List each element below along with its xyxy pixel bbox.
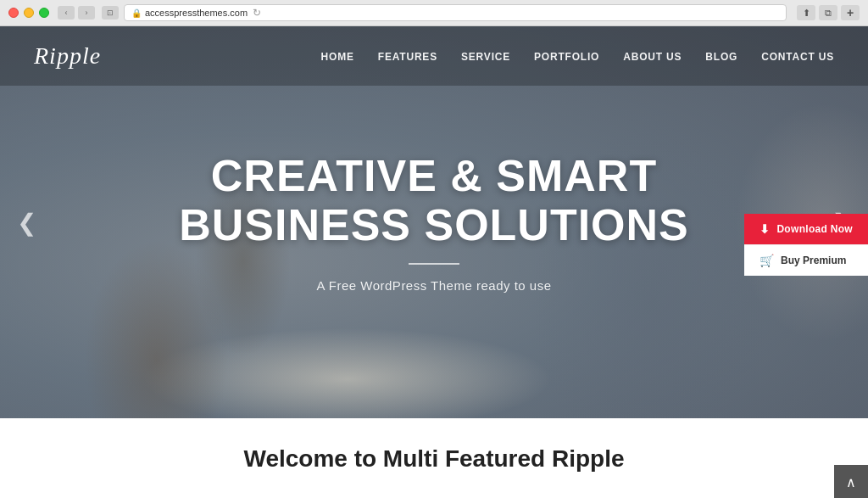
website: Ripple HOME FEATURES SERVICE PORTFOLIO A… <box>0 26 868 498</box>
nav-link-contact[interactable]: CONTACT US <box>761 51 834 63</box>
nav-link-service[interactable]: SERVICE <box>461 51 510 63</box>
toolbar-right: ⬆ ⧉ + <box>797 5 860 20</box>
nav-item-features[interactable]: FEATURES <box>378 48 437 64</box>
hero-subtitle: A Free WordPress Theme ready to use <box>179 278 689 293</box>
site-logo: Ripple <box>34 42 101 70</box>
hero-content: CREATIVE & SMART BUSINESS SOLUTIONS A Fr… <box>179 152 689 292</box>
download-label: Download Now <box>776 223 853 235</box>
forward-button[interactable]: › <box>78 6 95 20</box>
nav-item-blog[interactable]: BLOG <box>705 48 737 64</box>
close-button[interactable] <box>8 8 19 18</box>
side-buttons: ⬇ Download Now 🛒 Buy Premium <box>744 214 868 276</box>
nav-buttons: ‹ › <box>58 6 95 20</box>
nav-item-service[interactable]: SERVICE <box>461 48 510 64</box>
share-button[interactable]: ⬆ <box>797 5 815 20</box>
premium-label: Buy Premium <box>781 255 846 266</box>
buy-premium-button[interactable]: 🛒 Buy Premium <box>744 244 868 276</box>
new-tab-button[interactable]: + <box>841 5 860 20</box>
nav-link-portfolio[interactable]: PORTFOLIO <box>534 51 599 63</box>
hero-title-line1: CREATIVE & SMART <box>211 151 657 200</box>
slider-prev-button[interactable]: ❮ <box>8 200 45 245</box>
hero-divider <box>409 263 459 265</box>
window-button[interactable]: ⊡ <box>102 6 119 20</box>
address-bar[interactable]: 🔒 accesspressthemes.com ↻ <box>124 4 787 21</box>
url-text: accesspressthemes.com <box>145 8 248 18</box>
welcome-title: Welcome to Multi Featured Ripple <box>243 445 624 473</box>
tab-button[interactable]: ⧉ <box>819 5 837 20</box>
nav-item-contact[interactable]: CONTACT US <box>761 48 834 64</box>
maximize-button[interactable] <box>39 8 49 18</box>
traffic-lights <box>8 8 49 18</box>
scroll-top-button[interactable]: ∧ <box>834 465 868 498</box>
nav-link-home[interactable]: HOME <box>321 51 354 63</box>
nav-item-portfolio[interactable]: PORTFOLIO <box>534 48 599 64</box>
back-button[interactable]: ‹ <box>58 6 75 20</box>
site-nav: HOME FEATURES SERVICE PORTFOLIO ABOUT US… <box>321 48 834 64</box>
hero-section: Ripple HOME FEATURES SERVICE PORTFOLIO A… <box>0 26 868 418</box>
hero-title-line2: BUSINESS SOLUTIONS <box>179 200 689 249</box>
title-bar: ‹ › ⊡ 🔒 accesspressthemes.com ↻ ⬆ ⧉ + <box>0 0 868 25</box>
cart-icon: 🛒 <box>760 254 774 267</box>
minimize-button[interactable] <box>24 8 34 18</box>
welcome-section: Welcome to Multi Featured Ripple ∧ <box>0 418 868 498</box>
nav-item-about[interactable]: ABOUT US <box>623 48 682 64</box>
nav-link-blog[interactable]: BLOG <box>705 51 737 63</box>
refresh-icon[interactable]: ↻ <box>253 7 261 19</box>
download-icon: ⬇ <box>760 222 770 236</box>
site-header: Ripple HOME FEATURES SERVICE PORTFOLIO A… <box>0 26 868 86</box>
download-button[interactable]: ⬇ Download Now <box>744 214 868 244</box>
hero-title: CREATIVE & SMART BUSINESS SOLUTIONS <box>179 152 689 249</box>
lock-icon: 🔒 <box>131 8 142 18</box>
nav-link-about[interactable]: ABOUT US <box>623 51 682 63</box>
nav-item-home[interactable]: HOME <box>321 48 354 64</box>
nav-link-features[interactable]: FEATURES <box>378 51 437 63</box>
browser-chrome: ‹ › ⊡ 🔒 accesspressthemes.com ↻ ⬆ ⧉ + <box>0 0 868 26</box>
